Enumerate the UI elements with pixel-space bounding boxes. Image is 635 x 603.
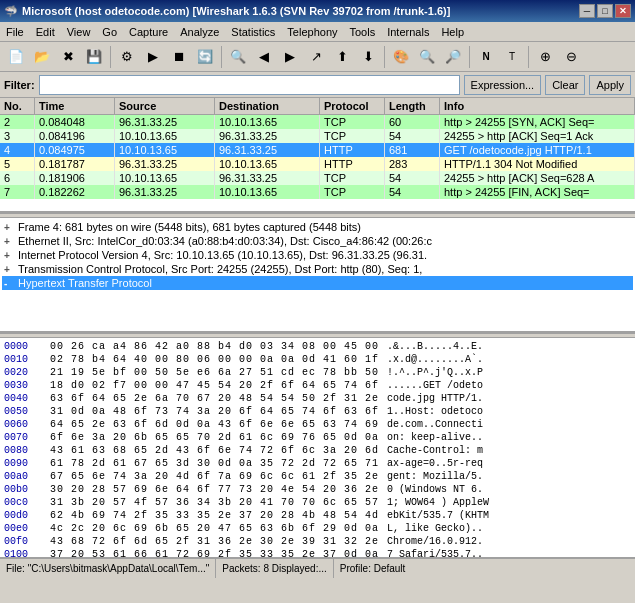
list-item: 00a067 65 6e 74 3a 20 4d 6f 7a 69 6c 6c …	[4, 470, 631, 483]
time-view-button[interactable]: T	[500, 45, 524, 69]
clear-button[interactable]: Clear	[545, 75, 585, 95]
toolbar-separator-4	[469, 46, 470, 68]
table-row[interactable]: 70.18226296.31.33.2510.10.13.65TCP54http…	[0, 185, 635, 199]
capture-options-button[interactable]: ▶	[141, 45, 165, 69]
filter-bar: Filter: Expression... Clear Apply	[0, 72, 635, 98]
menu-internals[interactable]: Internals	[381, 22, 435, 41]
list-item: 010037 20 53 61 66 61 72 69 2f 35 33 35 …	[4, 548, 631, 558]
menu-bar: File Edit View Go Capture Analyze Statis…	[0, 22, 635, 42]
list-item: 00706f 6e 3a 20 6b 65 65 70 2d 61 6c 69 …	[4, 431, 631, 444]
menu-edit[interactable]: Edit	[30, 22, 61, 41]
detail-rows: +Frame 4: 681 bytes on wire (5448 bits),…	[2, 220, 633, 290]
filter-button[interactable]: 🔍	[226, 45, 250, 69]
list-item: 00c031 3b 20 57 4f 57 36 34 3b 20 41 70 …	[4, 496, 631, 509]
capture-interfaces-button[interactable]: ⚙	[115, 45, 139, 69]
table-row[interactable]: 50.18178796.31.33.2510.10.13.65HTTP283HT…	[0, 157, 635, 171]
menu-analyze[interactable]: Analyze	[174, 22, 225, 41]
menu-help[interactable]: Help	[435, 22, 470, 41]
filter-label: Filter:	[4, 79, 35, 91]
list-item: 003018 d0 02 f7 00 00 47 45 54 20 2f 6f …	[4, 379, 631, 392]
toolbar-separator-2	[221, 46, 222, 68]
toolbar: 📄 📂 ✖ 💾 ⚙ ▶ ⏹ 🔄 🔍 ◀ ▶ ↗ ⬆ ⬇ 🎨 🔍 🔎 N T ⊕ …	[0, 42, 635, 72]
list-item: 002021 19 5e bf 00 50 5e e6 6a 27 51 cd …	[4, 366, 631, 379]
menu-statistics[interactable]: Statistics	[225, 22, 281, 41]
list-item[interactable]: +Transmission Control Protocol, Src Port…	[2, 262, 633, 276]
minimize-button[interactable]: ─	[579, 4, 595, 18]
new-capture-button[interactable]: 📄	[4, 45, 28, 69]
goto-button[interactable]: ↗	[304, 45, 328, 69]
packet-list: No. Time Source Destination Protocol Len…	[0, 98, 635, 213]
col-time: Time	[35, 98, 115, 114]
status-file: File: "C:\Users\bitmask\AppData\Local\Te…	[0, 559, 216, 578]
zoom-reset-button[interactable]: ⊕	[533, 45, 557, 69]
table-row[interactable]: 40.08497510.10.13.6596.31.33.25HTTP681GE…	[0, 143, 635, 157]
zoom-out2-button[interactable]: ⊖	[559, 45, 583, 69]
expand-icon[interactable]: +	[4, 264, 18, 275]
colorize-button[interactable]: 🎨	[389, 45, 413, 69]
save-button[interactable]: 💾	[82, 45, 106, 69]
apply-button[interactable]: Apply	[589, 75, 631, 95]
status-bar: File: "C:\Users\bitmask\AppData\Local\Te…	[0, 558, 635, 578]
menu-telephony[interactable]: Telephony	[281, 22, 343, 41]
table-row[interactable]: 20.08404896.31.33.2510.10.13.65TCP60http…	[0, 115, 635, 129]
list-item: 001002 78 b4 64 40 00 80 06 00 00 0a 0a …	[4, 353, 631, 366]
table-row[interactable]: 60.18190610.10.13.6596.31.33.25TCP542425…	[0, 171, 635, 185]
col-source: Source	[115, 98, 215, 114]
table-row[interactable]: 30.08419610.10.13.6596.31.33.25TCP542425…	[0, 129, 635, 143]
hex-dump: 000000 26 ca a4 86 42 a0 88 b4 d0 03 34 …	[0, 338, 635, 558]
col-no: No.	[0, 98, 35, 114]
menu-file[interactable]: File	[0, 22, 30, 41]
col-length: Length	[385, 98, 440, 114]
hex-rows: 000000 26 ca a4 86 42 a0 88 b4 d0 03 34 …	[4, 340, 631, 558]
list-item: 006064 65 2e 63 6f 6d 0d 0a 43 6f 6e 6e …	[4, 418, 631, 431]
title-bar: 🦈 Microsoft (host odetocode.com) [Wiresh…	[0, 0, 635, 22]
list-item[interactable]: +Internet Protocol Version 4, Src: 10.10…	[2, 248, 633, 262]
list-item: 004063 6f 64 65 2e 6a 70 67 20 48 54 54 …	[4, 392, 631, 405]
zoom-out-button[interactable]: 🔎	[441, 45, 465, 69]
list-item[interactable]: +Ethernet II, Src: IntelCor_d0:03:34 (a0…	[2, 234, 633, 248]
packet-list-header: No. Time Source Destination Protocol Len…	[0, 98, 635, 115]
maximize-button[interactable]: □	[597, 4, 613, 18]
close-button[interactable]: ✕	[615, 4, 631, 18]
prev-button[interactable]: ⬆	[330, 45, 354, 69]
open-button[interactable]: 📂	[30, 45, 54, 69]
restart-capture-button[interactable]: 🔄	[193, 45, 217, 69]
list-item: 000000 26 ca a4 86 42 a0 88 b4 d0 03 34 …	[4, 340, 631, 353]
expand-icon[interactable]: -	[4, 278, 18, 289]
status-profile: Profile: Default	[334, 559, 635, 578]
app-icon: 🦈	[4, 5, 18, 18]
col-destination: Destination	[215, 98, 320, 114]
list-item: 00b030 20 28 57 69 6e 64 6f 77 73 20 4e …	[4, 483, 631, 496]
packet-rows: 20.08404896.31.33.2510.10.13.65TCP60http…	[0, 115, 635, 199]
toolbar-separator-5	[528, 46, 529, 68]
list-item: 00f043 68 72 6f 6d 65 2f 31 36 2e 30 2e …	[4, 535, 631, 548]
list-item[interactable]: -Hypertext Transfer Protocol	[2, 276, 633, 290]
filter-input[interactable]	[39, 75, 460, 95]
status-packets: Packets: 8 Displayed:...	[216, 559, 334, 578]
toolbar-separator-1	[110, 46, 111, 68]
window-title: Microsoft (host odetocode.com) [Wireshar…	[22, 5, 450, 17]
back-button[interactable]: ◀	[252, 45, 276, 69]
menu-go[interactable]: Go	[96, 22, 123, 41]
expression-button[interactable]: Expression...	[464, 75, 542, 95]
stop-capture-button[interactable]: ⏹	[167, 45, 191, 69]
close-button[interactable]: ✖	[56, 45, 80, 69]
menu-view[interactable]: View	[61, 22, 97, 41]
list-item: 005031 0d 0a 48 6f 73 74 3a 20 6f 64 65 …	[4, 405, 631, 418]
col-info: Info	[440, 98, 635, 114]
menu-capture[interactable]: Capture	[123, 22, 174, 41]
next-button[interactable]: ⬇	[356, 45, 380, 69]
expand-icon[interactable]: +	[4, 250, 18, 261]
toolbar-separator-3	[384, 46, 385, 68]
menu-tools[interactable]: Tools	[344, 22, 382, 41]
zoom-in-button[interactable]: 🔍	[415, 45, 439, 69]
list-item: 00e04c 2c 20 6c 69 6b 65 20 47 65 63 6b …	[4, 522, 631, 535]
list-item: 009061 78 2d 61 67 65 3d 30 0d 0a 35 72 …	[4, 457, 631, 470]
titlebar-controls: ─ □ ✕	[579, 4, 631, 18]
expand-icon[interactable]: +	[4, 222, 18, 233]
normal-view-button[interactable]: N	[474, 45, 498, 69]
expand-icon[interactable]: +	[4, 236, 18, 247]
col-protocol: Protocol	[320, 98, 385, 114]
forward-button[interactable]: ▶	[278, 45, 302, 69]
list-item[interactable]: +Frame 4: 681 bytes on wire (5448 bits),…	[2, 220, 633, 234]
